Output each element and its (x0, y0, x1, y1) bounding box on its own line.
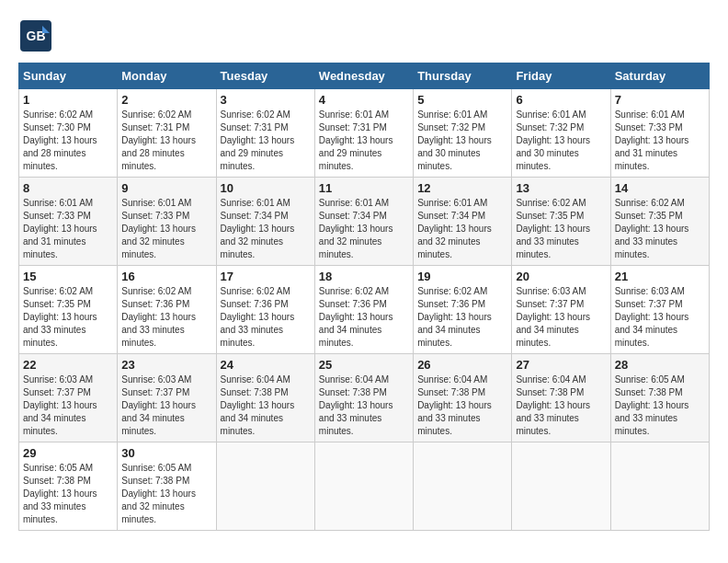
calendar-cell: 11Sunrise: 6:01 AM Sunset: 7:34 PM Dayli… (314, 178, 413, 266)
calendar-cell: 21Sunrise: 6:03 AM Sunset: 7:37 PM Dayli… (610, 266, 709, 354)
calendar-cell (314, 442, 413, 531)
day-info: Sunrise: 6:02 AM Sunset: 7:35 PM Dayligh… (23, 285, 113, 350)
day-number: 26 (417, 358, 507, 372)
day-number: 12 (417, 181, 507, 195)
day-number: 21 (615, 270, 705, 283)
logo: GB (18, 18, 53, 53)
calendar-row: 29Sunrise: 6:05 AM Sunset: 7:38 PM Dayli… (19, 442, 710, 531)
calendar-table: Sunday Monday Tuesday Wednesday Thursday… (18, 63, 710, 531)
calendar-cell: 27Sunrise: 6:04 AM Sunset: 7:38 PM Dayli… (512, 354, 610, 442)
calendar-cell: 6Sunrise: 6:01 AM Sunset: 7:32 PM Daylig… (512, 89, 610, 178)
calendar-cell: 20Sunrise: 6:03 AM Sunset: 7:37 PM Dayli… (512, 266, 610, 354)
day-number: 23 (121, 358, 211, 372)
day-info: Sunrise: 6:04 AM Sunset: 7:38 PM Dayligh… (319, 373, 409, 438)
day-number: 24 (221, 358, 311, 372)
header-saturday: Saturday (610, 63, 709, 89)
day-info: Sunrise: 6:04 AM Sunset: 7:38 PM Dayligh… (516, 373, 606, 438)
calendar-cell: 19Sunrise: 6:02 AM Sunset: 7:36 PM Dayli… (414, 266, 512, 354)
day-number: 2 (121, 93, 211, 107)
day-number: 25 (319, 358, 409, 372)
calendar-cell: 10Sunrise: 6:01 AM Sunset: 7:34 PM Dayli… (216, 178, 314, 266)
calendar-cell: 23Sunrise: 6:03 AM Sunset: 7:37 PM Dayli… (118, 354, 216, 442)
calendar-cell: 30Sunrise: 6:05 AM Sunset: 7:38 PM Dayli… (118, 442, 216, 531)
day-number: 14 (615, 181, 705, 195)
calendar-cell: 8Sunrise: 6:01 AM Sunset: 7:33 PM Daylig… (19, 178, 118, 266)
calendar-cell: 25Sunrise: 6:04 AM Sunset: 7:38 PM Dayli… (314, 354, 413, 442)
day-number: 6 (516, 93, 606, 107)
day-info: Sunrise: 6:02 AM Sunset: 7:31 PM Dayligh… (121, 109, 211, 173)
day-number: 19 (417, 270, 507, 283)
day-info: Sunrise: 6:01 AM Sunset: 7:34 PM Dayligh… (221, 197, 311, 261)
day-info: Sunrise: 6:01 AM Sunset: 7:34 PM Dayligh… (319, 197, 409, 261)
day-number: 22 (23, 358, 113, 372)
calendar-cell: 17Sunrise: 6:02 AM Sunset: 7:36 PM Dayli… (216, 266, 314, 354)
day-info: Sunrise: 6:05 AM Sunset: 7:38 PM Dayligh… (23, 462, 113, 526)
calendar-cell: 26Sunrise: 6:04 AM Sunset: 7:38 PM Dayli… (414, 354, 512, 442)
calendar-cell: 7Sunrise: 6:01 AM Sunset: 7:33 PM Daylig… (610, 89, 709, 178)
day-info: Sunrise: 6:02 AM Sunset: 7:36 PM Dayligh… (417, 285, 507, 350)
day-info: Sunrise: 6:01 AM Sunset: 7:34 PM Dayligh… (417, 197, 507, 261)
calendar-cell: 5Sunrise: 6:01 AM Sunset: 7:32 PM Daylig… (414, 89, 512, 178)
day-info: Sunrise: 6:02 AM Sunset: 7:35 PM Dayligh… (615, 197, 705, 261)
day-info: Sunrise: 6:03 AM Sunset: 7:37 PM Dayligh… (121, 373, 211, 438)
day-info: Sunrise: 6:01 AM Sunset: 7:32 PM Dayligh… (516, 109, 606, 173)
header-thursday: Thursday (414, 63, 512, 89)
calendar-cell: 22Sunrise: 6:03 AM Sunset: 7:37 PM Dayli… (19, 354, 118, 442)
day-info: Sunrise: 6:05 AM Sunset: 7:38 PM Dayligh… (615, 373, 705, 438)
calendar-cell (216, 442, 314, 531)
day-info: Sunrise: 6:02 AM Sunset: 7:35 PM Dayligh… (516, 197, 606, 261)
calendar-cell: 3Sunrise: 6:02 AM Sunset: 7:31 PM Daylig… (216, 89, 314, 178)
day-number: 11 (319, 181, 409, 195)
calendar-header-row: Sunday Monday Tuesday Wednesday Thursday… (19, 63, 710, 89)
calendar-cell: 15Sunrise: 6:02 AM Sunset: 7:35 PM Dayli… (19, 266, 118, 354)
calendar-cell: 1Sunrise: 6:02 AM Sunset: 7:30 PM Daylig… (19, 89, 118, 178)
calendar-row: 22Sunrise: 6:03 AM Sunset: 7:37 PM Dayli… (19, 354, 710, 442)
day-number: 3 (221, 93, 311, 107)
header-monday: Monday (118, 63, 216, 89)
day-info: Sunrise: 6:04 AM Sunset: 7:38 PM Dayligh… (417, 373, 507, 438)
day-number: 9 (121, 181, 211, 195)
day-info: Sunrise: 6:03 AM Sunset: 7:37 PM Dayligh… (516, 285, 606, 350)
day-info: Sunrise: 6:02 AM Sunset: 7:36 PM Dayligh… (319, 285, 409, 350)
day-number: 7 (615, 93, 705, 107)
day-number: 27 (516, 358, 606, 372)
day-number: 29 (23, 446, 113, 460)
day-number: 15 (23, 270, 113, 283)
header-friday: Friday (512, 63, 610, 89)
calendar-cell: 13Sunrise: 6:02 AM Sunset: 7:35 PM Dayli… (512, 178, 610, 266)
calendar-row: 8Sunrise: 6:01 AM Sunset: 7:33 PM Daylig… (19, 178, 710, 266)
day-info: Sunrise: 6:01 AM Sunset: 7:33 PM Dayligh… (23, 197, 113, 261)
calendar-cell (512, 442, 610, 531)
day-info: Sunrise: 6:01 AM Sunset: 7:31 PM Dayligh… (319, 109, 409, 173)
day-info: Sunrise: 6:03 AM Sunset: 7:37 PM Dayligh… (615, 285, 705, 350)
calendar-cell: 4Sunrise: 6:01 AM Sunset: 7:31 PM Daylig… (314, 89, 413, 178)
day-number: 5 (417, 93, 507, 107)
day-number: 4 (319, 93, 409, 107)
calendar-cell: 28Sunrise: 6:05 AM Sunset: 7:38 PM Dayli… (610, 354, 709, 442)
header-wednesday: Wednesday (314, 63, 413, 89)
header-tuesday: Tuesday (216, 63, 314, 89)
calendar-cell: 9Sunrise: 6:01 AM Sunset: 7:33 PM Daylig… (118, 178, 216, 266)
calendar-cell: 24Sunrise: 6:04 AM Sunset: 7:38 PM Dayli… (216, 354, 314, 442)
day-number: 8 (23, 181, 113, 195)
day-number: 18 (319, 270, 409, 283)
day-info: Sunrise: 6:02 AM Sunset: 7:36 PM Dayligh… (221, 285, 311, 350)
day-info: Sunrise: 6:01 AM Sunset: 7:33 PM Dayligh… (121, 197, 211, 261)
calendar-cell (414, 442, 512, 531)
calendar-row: 15Sunrise: 6:02 AM Sunset: 7:35 PM Dayli… (19, 266, 710, 354)
logo-icon: GB (18, 18, 53, 53)
day-info: Sunrise: 6:03 AM Sunset: 7:37 PM Dayligh… (23, 373, 113, 438)
day-info: Sunrise: 6:05 AM Sunset: 7:38 PM Dayligh… (121, 462, 211, 526)
day-info: Sunrise: 6:02 AM Sunset: 7:36 PM Dayligh… (121, 285, 211, 350)
day-info: Sunrise: 6:02 AM Sunset: 7:30 PM Dayligh… (23, 109, 113, 173)
calendar-cell: 12Sunrise: 6:01 AM Sunset: 7:34 PM Dayli… (414, 178, 512, 266)
day-info: Sunrise: 6:02 AM Sunset: 7:31 PM Dayligh… (221, 109, 311, 173)
day-info: Sunrise: 6:01 AM Sunset: 7:33 PM Dayligh… (615, 109, 705, 173)
day-number: 28 (615, 358, 705, 372)
day-number: 20 (516, 270, 606, 283)
calendar-cell: 29Sunrise: 6:05 AM Sunset: 7:38 PM Dayli… (19, 442, 118, 531)
calendar-cell: 14Sunrise: 6:02 AM Sunset: 7:35 PM Dayli… (610, 178, 709, 266)
page-header: GB (18, 18, 710, 53)
day-number: 17 (221, 270, 311, 283)
day-info: Sunrise: 6:04 AM Sunset: 7:38 PM Dayligh… (221, 373, 311, 438)
